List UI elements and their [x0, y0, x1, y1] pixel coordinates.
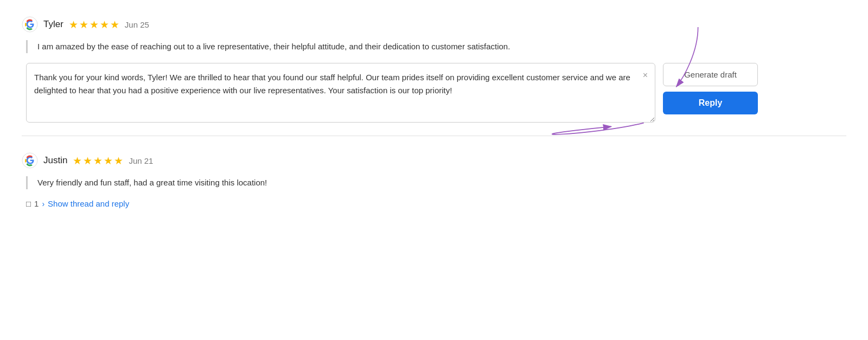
star-4: ★ [100, 18, 109, 31]
comment-icon: □ [26, 199, 31, 208]
chevron-right-icon: › [42, 200, 44, 208]
star-9: ★ [104, 155, 113, 167]
review-date-1: Jun 25 [125, 20, 149, 29]
reply-button[interactable]: Reply [663, 92, 758, 114]
stars-2: ★ ★ ★ ★ ★ [73, 155, 123, 167]
clear-button[interactable]: × [641, 69, 650, 81]
reviewer-name-1: Tyler [43, 19, 63, 30]
reply-actions: Generate draft Reply [663, 63, 758, 114]
google-icon-1 [22, 16, 38, 33]
generate-draft-button[interactable]: Generate draft [663, 63, 758, 86]
review-header-2: Justin ★ ★ ★ ★ ★ Jun 21 [22, 152, 846, 169]
star-8: ★ [93, 155, 103, 167]
star-1: ★ [69, 18, 78, 31]
review-body-2: Very friendly and fun staff, had a great… [26, 176, 846, 189]
show-thread-label[interactable]: Show thread and reply [48, 199, 129, 208]
review-body-1: I am amazed by the ease of reaching out … [26, 40, 846, 53]
reply-textarea-wrapper: × [26, 63, 655, 125]
review-header-1: Tyler ★ ★ ★ ★ ★ Jun 25 [22, 16, 846, 33]
star-3: ★ [90, 18, 99, 31]
star-7: ★ [83, 155, 92, 167]
show-thread-reply[interactable]: □ 1 › Show thread and reply [26, 199, 846, 208]
star-6: ★ [73, 155, 82, 167]
page-container: Tyler ★ ★ ★ ★ ★ Jun 25 I am amazed by th… [0, 0, 868, 224]
review-text-2: Very friendly and fun staff, had a great… [37, 176, 846, 189]
review-block-2: Justin ★ ★ ★ ★ ★ Jun 21 Very friendly an… [22, 147, 846, 208]
star-10: ★ [114, 155, 123, 167]
reply-area-1: × Generate draft Reply [26, 63, 846, 125]
stars-1: ★ ★ ★ ★ ★ [69, 18, 119, 31]
reviewer-name-2: Justin [43, 155, 67, 166]
star-5: ★ [110, 18, 119, 31]
reply-textarea[interactable] [26, 63, 655, 123]
thread-count: 1 [34, 199, 39, 208]
review-block-1: Tyler ★ ★ ★ ★ ★ Jun 25 I am amazed by th… [22, 16, 846, 136]
review-text-1: I am amazed by the ease of reaching out … [37, 40, 846, 53]
star-2: ★ [79, 18, 88, 31]
google-icon-2 [22, 152, 38, 169]
review-date-2: Jun 21 [129, 156, 153, 165]
